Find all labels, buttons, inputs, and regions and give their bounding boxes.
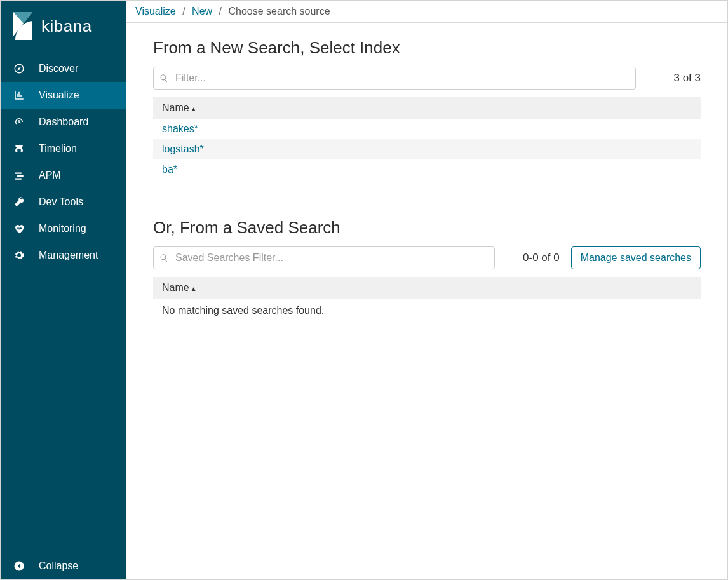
gear-icon — [13, 250, 25, 261]
saved-filter-input[interactable] — [153, 246, 495, 269]
saved-name-header[interactable]: Name▲ — [153, 277, 701, 299]
heartbeat-icon — [13, 223, 25, 234]
index-name-header[interactable]: Name▲ — [153, 97, 701, 119]
content: From a New Search, Select Index 3 of 3 N… — [126, 23, 727, 579]
index-count: 3 of 3 — [673, 72, 701, 84]
index-table: Name▲ shakes* logstash* ba* — [153, 97, 701, 180]
breadcrumb-separator: / — [219, 6, 222, 17]
index-filter-input[interactable] — [153, 67, 636, 90]
sidebar-item-discover[interactable]: Discover — [1, 55, 126, 82]
no-results-text: No matching saved searches found. — [153, 299, 701, 323]
nav: Discover Visualize Dashboard Timelion — [1, 55, 126, 553]
bar-chart-icon — [13, 90, 25, 101]
breadcrumb: Visualize / New / Choose search source — [126, 1, 727, 23]
sidebar-collapse[interactable]: Collapse — [1, 553, 126, 579]
sidebar-item-label: Dashboard — [39, 116, 88, 128]
new-search-title: From a New Search, Select Index — [153, 38, 701, 58]
brand-logo[interactable]: kibana — [1, 1, 126, 55]
compass-icon — [13, 63, 25, 74]
table-row: logstash* — [153, 139, 701, 159]
sidebar-item-label: Visualize — [39, 90, 79, 101]
sidebar-item-timelion[interactable]: Timelion — [1, 135, 126, 162]
sort-asc-icon: ▲ — [191, 285, 197, 292]
sidebar-item-label: Management — [39, 250, 98, 261]
index-filter-wrapper — [153, 67, 636, 90]
sidebar-item-monitoring[interactable]: Monitoring — [1, 215, 126, 242]
index-link[interactable]: logstash* — [162, 144, 204, 154]
collapse-icon — [13, 560, 25, 572]
brand-name: kibana — [41, 17, 92, 36]
search-icon — [159, 253, 168, 262]
sidebar-item-management[interactable]: Management — [1, 242, 126, 269]
sidebar-item-label: Dev Tools — [39, 196, 83, 208]
wrench-icon — [13, 196, 25, 208]
sidebar-item-devtools[interactable]: Dev Tools — [1, 189, 126, 215]
breadcrumb-separator: / — [182, 6, 185, 17]
table-row: ba* — [153, 159, 701, 180]
sidebar-item-apm[interactable]: APM — [1, 162, 126, 189]
sidebar-item-label: APM — [39, 170, 61, 181]
sidebar-item-dashboard[interactable]: Dashboard — [1, 109, 126, 135]
timelion-icon — [13, 143, 25, 154]
search-icon — [159, 74, 168, 83]
index-link[interactable]: shakes* — [162, 123, 198, 134]
kibana-logo-icon — [13, 12, 32, 40]
sidebar-item-visualize[interactable]: Visualize — [1, 82, 126, 109]
apm-icon — [13, 170, 25, 181]
manage-saved-button[interactable]: Manage saved searches — [571, 246, 701, 269]
sidebar: kibana Discover Visualize Dashboard — [1, 1, 126, 579]
breadcrumb-link-visualize[interactable]: Visualize — [135, 6, 176, 17]
sidebar-item-label: Discover — [39, 63, 78, 74]
collapse-label: Collapse — [39, 560, 78, 572]
sidebar-item-label: Monitoring — [39, 223, 86, 234]
index-link[interactable]: ba* — [162, 164, 177, 175]
saved-filter-wrapper — [153, 246, 495, 269]
sidebar-item-label: Timelion — [39, 143, 77, 154]
breadcrumb-current: Choose search source — [228, 6, 330, 17]
saved-search-title: Or, From a Saved Search — [153, 218, 701, 238]
gauge-icon — [13, 116, 25, 128]
saved-count: 0-0 of 0 — [523, 252, 560, 264]
sort-asc-icon: ▲ — [191, 105, 197, 112]
main: Visualize / New / Choose search source F… — [126, 1, 727, 579]
table-row: shakes* — [153, 119, 701, 139]
breadcrumb-link-new[interactable]: New — [192, 6, 212, 17]
saved-table: Name▲ — [153, 277, 701, 299]
